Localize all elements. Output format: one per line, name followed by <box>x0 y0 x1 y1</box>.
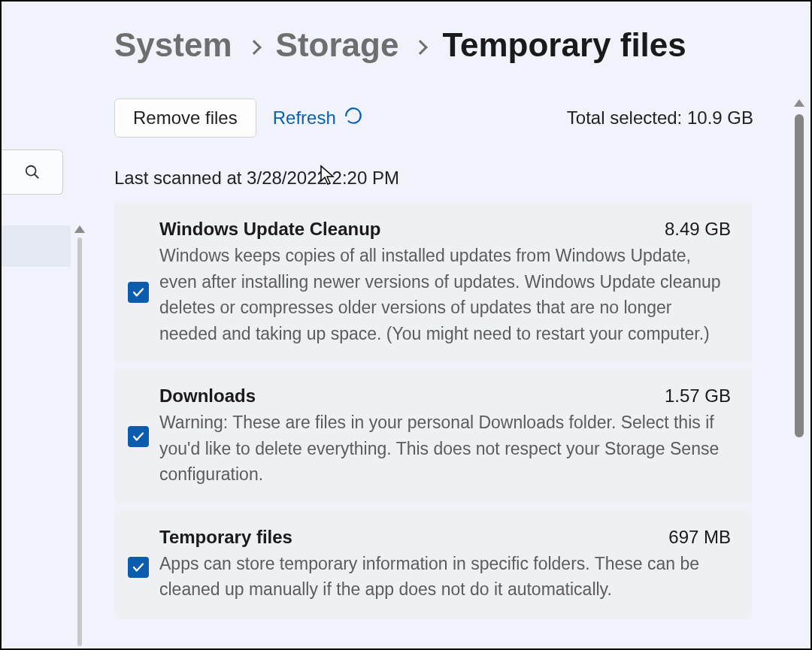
total-selected-label: Total selected: 10.9 GB <box>567 107 753 128</box>
scroll-up-icon <box>74 225 85 233</box>
refresh-icon <box>344 106 363 130</box>
item-size: 8.49 GB <box>665 219 731 240</box>
sidebar-scrollbar[interactable] <box>72 225 87 646</box>
search-box[interactable] <box>2 150 63 195</box>
last-scanned-label: Last scanned at 3/28/2022 2:20 PM <box>114 168 783 189</box>
remove-files-button[interactable]: Remove files <box>114 98 256 138</box>
scroll-track[interactable] <box>77 237 82 646</box>
item-size: 697 MB <box>668 527 731 548</box>
item-description: Windows keeps copies of all installed up… <box>159 243 731 346</box>
scroll-up-icon <box>794 99 804 107</box>
item-title: Temporary files <box>159 527 292 548</box>
checkbox[interactable] <box>128 426 149 447</box>
list-item[interactable]: Temporary files 697 MB Apps can store te… <box>114 510 752 619</box>
breadcrumb: System Storage Temporary files <box>114 26 783 64</box>
svg-line-1 <box>34 174 38 179</box>
checkbox[interactable] <box>128 557 149 578</box>
item-title: Windows Update Cleanup <box>159 219 380 240</box>
toolbar: Remove files Refresh Total selected: 10.… <box>114 98 783 138</box>
chevron-right-icon <box>413 40 428 55</box>
content-scrollbar[interactable] <box>792 99 807 644</box>
check-icon <box>132 286 145 299</box>
item-description: Warning: These are files in your persona… <box>159 410 731 488</box>
sidebar-active-item[interactable] <box>2 225 71 267</box>
breadcrumb-current: Temporary files <box>442 26 686 64</box>
refresh-label: Refresh <box>273 107 336 128</box>
breadcrumb-system[interactable]: System <box>114 26 232 64</box>
list-item[interactable]: Windows Update Cleanup 8.49 GB Windows k… <box>114 202 752 363</box>
refresh-button[interactable]: Refresh <box>273 106 363 130</box>
item-title: Downloads <box>159 385 256 407</box>
item-size: 1.57 GB <box>665 385 731 407</box>
search-icon <box>24 164 41 180</box>
checkbox[interactable] <box>128 282 149 303</box>
svg-point-0 <box>26 166 35 176</box>
scroll-thumb[interactable] <box>795 114 804 437</box>
chevron-right-icon <box>247 40 262 55</box>
list-item[interactable]: Downloads 1.57 GB Warning: These are fil… <box>114 369 752 504</box>
check-icon <box>132 430 145 443</box>
check-icon <box>132 561 145 574</box>
item-description: Apps can store temporary information in … <box>159 551 731 603</box>
temp-files-list: Windows Update Cleanup 8.49 GB Windows k… <box>114 202 752 619</box>
breadcrumb-storage[interactable]: Storage <box>276 26 399 64</box>
